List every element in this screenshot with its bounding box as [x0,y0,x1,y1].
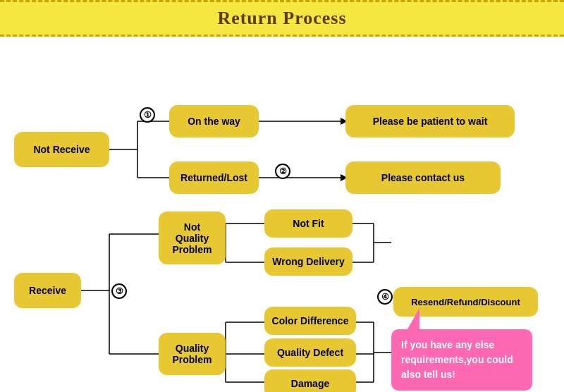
badge-4: ④ [377,289,393,305]
page-title: Return Process [0,0,564,37]
badge-2: ② [275,164,290,179]
quality-defect-box: Quality Defect [264,338,356,367]
please-wait-box: Please be patient to wait [345,105,515,137]
callout-bubble: If you have any else requirements,you co… [391,329,532,391]
quality-box: Quality Problem [159,333,226,375]
not-fit-box: Not Fit [264,209,352,238]
on-the-way-box: On the way [169,105,259,137]
please-contact-box: Please contact us [345,161,501,194]
color-diff-box: Color Difference [264,307,356,335]
title-text: Return Process [217,8,346,28]
diagram-content: Not Receive On the way Returned/Lost Ple… [0,37,564,392]
returned-lost-box: Returned/Lost [169,161,259,194]
wrong-delivery-box: Wrong Delivery [264,247,352,276]
damage-box: Damage [264,369,356,392]
receive-box: Receive [14,273,81,308]
badge-1: ① [140,107,155,123]
not-quality-box: Not Quality Problem [159,212,226,264]
badge-3: ③ [111,283,127,299]
not-receive-box: Not Receive [14,132,109,167]
